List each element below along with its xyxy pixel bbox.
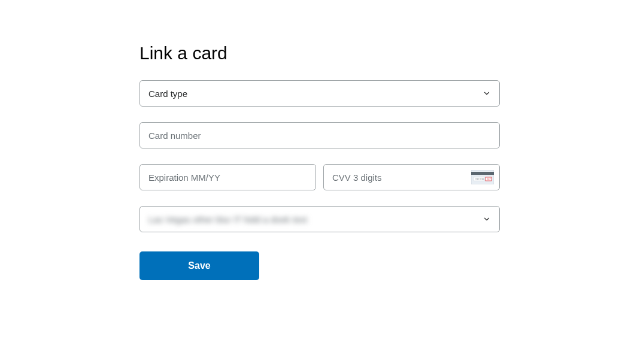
svg-text:272 276: 272 276 bbox=[475, 178, 484, 181]
card-number-input[interactable] bbox=[139, 122, 500, 148]
cvv-card-icon: 272 276 237 bbox=[471, 170, 494, 184]
billing-address-select[interactable]: Las Vegas other blur IT hidd a doek text bbox=[139, 206, 500, 232]
card-type-label: Card type bbox=[148, 89, 187, 99]
billing-address-value: Las Vegas other blur IT hidd a doek text bbox=[148, 214, 307, 225]
link-card-form: Link a card Card type 272 276 237 Las Ve… bbox=[139, 43, 500, 280]
card-type-select[interactable]: Card type bbox=[139, 80, 500, 107]
expiration-cvv-row: 272 276 237 bbox=[139, 164, 500, 190]
chevron-down-icon bbox=[483, 89, 491, 98]
page-title: Link a card bbox=[139, 43, 500, 63]
save-button[interactable]: Save bbox=[139, 251, 259, 280]
expiration-input[interactable] bbox=[139, 164, 316, 190]
chevron-down-icon bbox=[483, 215, 491, 223]
svg-text:237: 237 bbox=[487, 178, 491, 181]
svg-rect-1 bbox=[471, 172, 494, 175]
